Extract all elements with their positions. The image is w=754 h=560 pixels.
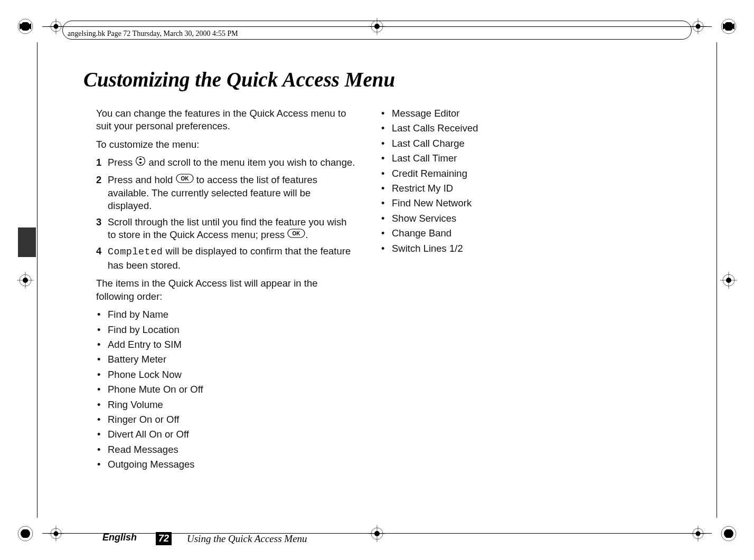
step-item: 3 Scroll through the list until you find… [96, 216, 356, 242]
bullet-icon: • [380, 227, 392, 240]
bullet-icon: • [96, 413, 108, 426]
step-text: Press and scroll to the menu item you wi… [108, 156, 356, 170]
list-item-label: Last Call Timer [392, 152, 640, 165]
step-item: 1 Press and scroll to the menu item you … [96, 156, 356, 170]
footer-section-title: Using the Quick Access Menu [187, 533, 307, 545]
list-item: •Message Editor [380, 107, 640, 120]
text-fragment: and scroll to the menu item you wish to … [146, 157, 355, 168]
list-item: •Last Calls Received [380, 122, 640, 135]
list-item-label: Credit Remaining [392, 167, 640, 180]
bullet-icon: • [380, 137, 392, 150]
text-fragment: Scroll through the list until you find t… [108, 216, 346, 240]
bullet-icon: • [380, 242, 392, 255]
register-cross-icon [366, 17, 388, 38]
register-cross-icon [689, 524, 708, 543]
list-item: •Last Call Charge [380, 137, 640, 150]
bullet-icon: • [96, 383, 108, 396]
list-item-label: Find New Network [392, 197, 640, 210]
page-title: Customizing the Quick Access Menu [83, 68, 675, 91]
bullet-icon: • [380, 182, 392, 195]
bullet-list-left: •Find by Name •Find by Location •Add Ent… [96, 308, 356, 471]
list-item-label: Find by Location [108, 324, 356, 336]
list-item: •Outgoing Messages [96, 458, 356, 471]
bullet-icon: • [380, 197, 392, 210]
svg-text:OK: OK [293, 231, 301, 236]
bullet-icon: • [96, 308, 108, 321]
side-tab [18, 227, 36, 257]
register-cross-icon [16, 270, 37, 291]
list-item: •Find New Network [380, 197, 640, 210]
svg-point-7 [724, 529, 733, 538]
text-fragment: Press and hold [108, 174, 176, 185]
list-item: •Find by Name [96, 308, 356, 321]
step-item: 4 Completed will be displayed to confirm… [96, 245, 356, 272]
step-text: Completed will be displayed to confirm t… [108, 245, 356, 272]
list-item: •Restrict My ID [380, 182, 640, 195]
footer-language: English [102, 532, 137, 543]
list-item: •Divert All On or Off [96, 428, 356, 441]
list-item: •Find by Location [96, 324, 356, 336]
step-item: 2 Press and hold OK to access the list o… [96, 174, 356, 213]
bullet-icon: • [96, 338, 108, 351]
register-mark-icon [16, 17, 42, 38]
list-item: •Credit Remaining [380, 167, 640, 180]
text-fragment: . [305, 229, 308, 240]
list-item: •Phone Mute On or Off [96, 383, 356, 396]
list-item-label: Outgoing Messages [108, 458, 356, 471]
bullet-icon: • [96, 443, 108, 456]
column-right: •Message Editor •Last Calls Received •La… [380, 107, 640, 473]
register-mark-icon [16, 522, 42, 543]
scroll-button-icon [135, 156, 146, 169]
bullet-icon: • [96, 368, 108, 381]
bullet-icon: • [380, 122, 392, 135]
bullet-icon: • [380, 167, 392, 180]
list-item-label: Battery Meter [108, 353, 356, 366]
list-item: •Switch Lines 1/2 [380, 242, 640, 255]
list-item-label: Last Call Charge [392, 137, 640, 150]
list-item-label: Switch Lines 1/2 [392, 242, 640, 255]
list-item: •Show Services [380, 212, 640, 225]
customize-lead: To customize the menu: [96, 138, 356, 151]
ok-button-icon: OK [287, 229, 305, 241]
list-item: •Last Call Timer [380, 152, 640, 165]
list-item-label: Find by Name [108, 308, 356, 321]
bullet-icon: • [96, 353, 108, 366]
column-left: You can change the features in the Quick… [96, 107, 356, 473]
list-item-label: Message Editor [392, 107, 640, 120]
list-item: •Ringer On or Off [96, 413, 356, 426]
step-number: 4 [96, 245, 108, 272]
list-item-label: Ringer On or Off [108, 413, 356, 426]
bullet-icon: • [380, 212, 392, 225]
steps-list: 1 Press and scroll to the menu item you … [96, 156, 356, 272]
register-cross-icon [366, 522, 388, 543]
register-mark-icon [712, 522, 738, 543]
list-item: •Change Band [380, 227, 640, 240]
list-item-label: Last Calls Received [392, 122, 640, 135]
list-item-label: Show Services [392, 212, 640, 225]
step-number: 2 [96, 174, 108, 213]
register-cross-icon [46, 17, 65, 36]
text-fragment: Press [108, 157, 135, 168]
footer-page-number: 72 [156, 532, 172, 545]
svg-text:OK: OK [181, 176, 189, 182]
bullet-icon: • [96, 324, 108, 336]
register-mark-icon [712, 17, 738, 38]
list-item-label: Change Band [392, 227, 640, 240]
register-cross-icon [46, 524, 65, 543]
bullet-icon: • [96, 458, 108, 471]
list-item-label: Read Messages [108, 443, 356, 456]
list-item: •Phone Lock Now [96, 368, 356, 381]
svg-point-5 [21, 529, 30, 538]
step-number: 3 [96, 216, 108, 242]
ok-button-icon: OK [176, 174, 194, 186]
list-item-label: Phone Lock Now [108, 368, 356, 381]
list-item-label: Divert All On or Off [108, 428, 356, 441]
order-intro: The items in the Quick Access list will … [96, 277, 356, 303]
bullet-list-right: •Message Editor •Last Calls Received •La… [380, 107, 640, 255]
list-item: •Ring Volume [96, 398, 356, 411]
bullet-icon: • [380, 152, 392, 165]
bullet-icon: • [380, 107, 392, 120]
list-item: •Battery Meter [96, 353, 356, 366]
list-item: •Read Messages [96, 443, 356, 456]
list-item-label: Restrict My ID [392, 182, 640, 195]
